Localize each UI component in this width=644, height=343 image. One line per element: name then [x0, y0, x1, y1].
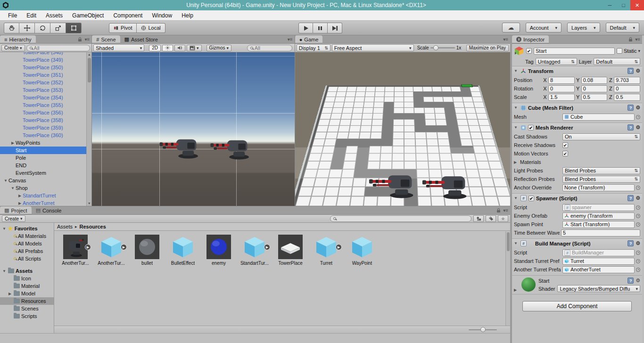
hierarchy-item[interactable]: END — [0, 162, 86, 169]
asset-item[interactable]: ▶AnotherTur... — [95, 235, 128, 266]
another-turret-prefab-field[interactable]: AnotherTuret — [562, 266, 635, 273]
rotation-y-field[interactable]: 0 — [581, 85, 608, 92]
hierarchy-create-button[interactable]: Create▾ — [1, 45, 25, 51]
scale-slider[interactable] — [430, 47, 455, 49]
local-toggle-button[interactable]: Local — [137, 23, 165, 33]
scene-viewport[interactable] — [92, 52, 294, 206]
tree-favorite-item[interactable]: All Materials — [0, 232, 54, 240]
foldout-icon[interactable]: ▼ — [3, 179, 8, 183]
time-between-waves-field[interactable]: 5 — [561, 229, 640, 237]
layer-dropdown[interactable]: Default⇅ — [594, 58, 640, 65]
object-picker-icon[interactable] — [636, 205, 640, 210]
add-component-button[interactable]: Add Component — [522, 301, 632, 311]
panel-menu-icon[interactable]: ▾≡ — [503, 37, 508, 42]
breadcrumb-current[interactable]: Resources — [80, 224, 106, 229]
active-checkbox[interactable] — [526, 48, 532, 54]
hierarchy-item[interactable]: Start — [0, 147, 86, 154]
scene-search-input[interactable]: All — [247, 45, 292, 51]
foldout-icon[interactable]: ▼ — [514, 106, 519, 110]
tree-assets-root[interactable]: ▼Assets — [0, 267, 54, 275]
tab-scene[interactable]: # Scene — [92, 35, 120, 43]
reflection-probes-dropdown[interactable]: Blend Probes⇅ — [562, 176, 640, 183]
tree-folder-resources[interactable]: Resources — [0, 297, 54, 305]
project-create-button[interactable]: Create▾ — [2, 215, 25, 222]
scale-x-field[interactable]: 1.5 — [548, 94, 575, 101]
effects-dropdown-button[interactable]: ▾ — [187, 45, 202, 51]
foldout-icon[interactable]: ▼ — [514, 69, 519, 73]
mesh-renderer-enabled-checkbox[interactable] — [528, 125, 534, 131]
rotation-x-field[interactable]: 0 — [548, 85, 575, 92]
foldout-icon[interactable]: ▼ — [2, 227, 7, 231]
tree-folder-scenes[interactable]: Scenes — [0, 305, 54, 312]
motion-vectors-checkbox[interactable] — [562, 151, 568, 156]
help-icon[interactable]: ? — [627, 195, 634, 201]
tree-favorite-item[interactable]: All Scripts — [0, 255, 54, 262]
gear-icon[interactable]: ⚙ — [636, 240, 640, 246]
search-by-type-button[interactable] — [473, 215, 484, 222]
lighting-toggle-button[interactable] — [162, 45, 173, 51]
project-search-input[interactable] — [330, 215, 471, 222]
asset-item[interactable]: ▶AnotherTur... — [59, 235, 92, 266]
tab-project[interactable]: ▩ Project — [0, 206, 32, 214]
breadcrumb-root[interactable]: Assets — [57, 224, 73, 229]
hierarchy-item[interactable]: TowerPlace (348) — [0, 52, 86, 56]
layout-dropdown[interactable]: Default▾ — [606, 23, 639, 33]
foldout-icon[interactable]: ▼ — [10, 186, 16, 190]
step-button[interactable] — [328, 23, 342, 33]
asset-item[interactable]: ▶StandartTur... — [238, 235, 271, 266]
hierarchy-item[interactable]: TowerPlace (355) — [0, 101, 86, 109]
maximize-on-play-button[interactable]: Maximize on Play — [466, 45, 509, 51]
favorites-filter-button[interactable]: ★ — [498, 215, 508, 222]
help-icon[interactable]: ? — [627, 278, 634, 284]
help-icon[interactable]: ? — [627, 124, 634, 131]
shading-mode-dropdown[interactable]: Shaded▾ — [93, 44, 144, 51]
menu-item-edit[interactable]: Edit — [22, 11, 41, 20]
display-dropdown[interactable]: Display 1⇅ — [297, 44, 330, 51]
object-picker-icon[interactable] — [636, 214, 640, 218]
hierarchy-item[interactable]: EventSystem — [0, 169, 86, 177]
hierarchy-search-input[interactable]: All — [26, 45, 91, 51]
icon-size-slider-knob[interactable] — [480, 327, 486, 332]
prefab-expand-icon[interactable]: ▶ — [336, 244, 342, 250]
object-picker-icon[interactable] — [636, 115, 640, 119]
foldout-icon[interactable]: ▼ — [514, 196, 519, 200]
hierarchy-item[interactable]: TowerPlace (354) — [0, 94, 86, 101]
object-picker-icon[interactable] — [636, 268, 640, 272]
asset-item[interactable]: bullet — [131, 235, 164, 266]
foldout-icon[interactable]: ▶ — [514, 160, 519, 164]
cloud-services-button[interactable]: ☁ — [502, 23, 520, 33]
hierarchy-item[interactable]: ▶WayPoints — [0, 139, 86, 147]
scroll-down-icon[interactable]: ▼ — [88, 201, 91, 206]
scale-tool-button[interactable] — [50, 23, 66, 33]
foldout-icon[interactable]: ▶ — [8, 292, 12, 296]
asset-item[interactable]: WayPoint — [346, 235, 379, 266]
tab-hierarchy[interactable]: ≡ Hierarchy — [0, 35, 36, 43]
asset-item[interactable]: enemy — [202, 235, 235, 266]
scale-z-field[interactable]: 0.5 — [614, 94, 640, 101]
chevron-down-icon[interactable]: ▾ — [638, 49, 640, 53]
hierarchy-item[interactable]: Pole — [0, 154, 86, 162]
object-picker-icon[interactable] — [636, 186, 640, 190]
mesh-field[interactable]: Cube — [562, 114, 635, 121]
object-picker-icon[interactable] — [636, 222, 640, 227]
game-turret[interactable] — [421, 166, 477, 200]
tree-folder-icon[interactable]: Icon — [0, 275, 54, 282]
asset-item[interactable]: ▶Turret — [310, 235, 343, 266]
hierarchy-item[interactable]: ▶StandartTurret — [0, 192, 86, 199]
menu-item-window[interactable]: Window — [148, 11, 176, 20]
hierarchy-item[interactable]: ▼Shop — [0, 184, 86, 192]
hierarchy-item[interactable]: ▼Canvas — [0, 177, 86, 184]
move-tool-button[interactable] — [19, 23, 35, 33]
gear-icon[interactable]: ⚙ — [636, 105, 640, 111]
prefab-expand-icon[interactable]: ▶ — [85, 244, 91, 250]
tab-game[interactable]: ● Game — [295, 35, 323, 43]
rotate-tool-button[interactable] — [35, 23, 50, 33]
gizmos-dropdown[interactable]: Gizmos▾ — [206, 45, 231, 51]
hierarchy-item[interactable]: TowerPlace (353) — [0, 86, 86, 94]
asset-grid-scrollbar[interactable] — [505, 231, 510, 326]
rect-tool-button[interactable] — [66, 23, 82, 33]
tab-console[interactable]: ▤ Console — [32, 206, 66, 214]
play-button[interactable] — [298, 23, 313, 33]
hierarchy-scrollbar[interactable]: ▲ ▼ — [86, 52, 91, 206]
close-button[interactable]: ✕ — [630, 0, 644, 10]
